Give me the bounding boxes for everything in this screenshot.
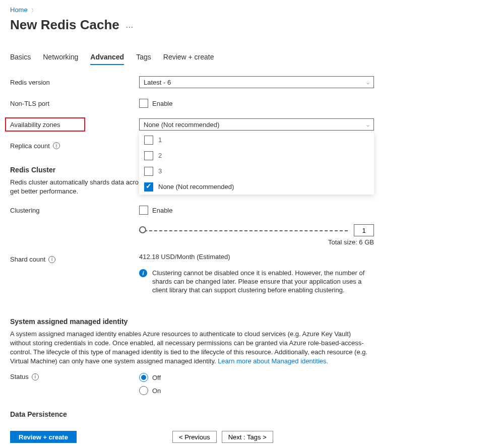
checkbox-checked-icon <box>144 182 153 191</box>
status-off-radio[interactable]: Off <box>139 373 383 382</box>
non-tls-enable-label: Enable <box>152 100 172 107</box>
option-label: 1 <box>158 136 162 144</box>
redis-version-label: Redis version <box>10 79 139 86</box>
option-label: 3 <box>158 167 162 175</box>
zone-option-1[interactable]: 1 <box>139 132 374 148</box>
tab-tags[interactable]: Tags <box>136 53 151 65</box>
status-label: Status i <box>10 373 139 380</box>
checkbox-icon <box>144 136 153 145</box>
managed-identities-link[interactable]: Learn more about Managed identities. <box>218 357 328 365</box>
radio-icon <box>139 386 148 395</box>
shard-count-label: Shard count i <box>10 255 139 263</box>
info-icon[interactable]: i <box>48 256 55 263</box>
tab-bar: Basics Networking Advanced Tags Review +… <box>10 53 501 65</box>
availability-zones-value: None (Not recommended) <box>144 121 219 129</box>
next-button[interactable]: Next : Tags > <box>222 431 273 443</box>
option-label: 2 <box>158 152 162 159</box>
tab-networking[interactable]: Networking <box>43 53 78 65</box>
chevron-right-icon: 〉 <box>31 7 36 14</box>
zone-option-3[interactable]: 3 <box>139 163 374 179</box>
total-size-label: Total size: 6 GB <box>139 238 374 246</box>
non-tls-checkbox[interactable] <box>139 99 148 108</box>
estimated-price: 412.18 USD/Month (Estimated) <box>139 253 383 261</box>
info-icon: i <box>139 269 147 277</box>
redis-version-select[interactable]: Latest - 6 ⌵ <box>139 76 374 88</box>
clustering-info-text: Clustering cannot be disabled once it is… <box>152 269 374 294</box>
tab-review[interactable]: Review + create <box>163 53 214 65</box>
more-menu-icon[interactable]: … <box>126 21 134 30</box>
breadcrumb: Home 〉 <box>10 6 501 14</box>
clustering-label: Clustering <box>10 207 139 214</box>
annotation-highlight-label <box>5 117 85 132</box>
zone-option-2[interactable]: 2 <box>139 148 374 163</box>
shard-slider[interactable] <box>139 229 348 231</box>
checkbox-icon <box>144 151 153 160</box>
chevron-down-icon: ⌵ <box>366 122 369 127</box>
page-title: New Redis Cache <box>10 17 119 33</box>
slider-thumb[interactable] <box>139 226 146 233</box>
tab-basics[interactable]: Basics <box>10 53 31 65</box>
shard-count-input[interactable] <box>354 224 374 236</box>
clustering-checkbox[interactable] <box>139 206 148 215</box>
clustering-enable-label: Enable <box>152 207 172 214</box>
status-on-radio[interactable]: On <box>139 386 383 395</box>
replica-count-label: Replica count i <box>10 142 139 150</box>
managed-identity-desc: A system assigned managed identity enabl… <box>10 330 373 366</box>
breadcrumb-home-link[interactable]: Home <box>10 6 28 14</box>
tab-advanced[interactable]: Advanced <box>90 53 124 65</box>
data-persistence-heading: Data Persistence <box>10 410 383 418</box>
zone-option-none[interactable]: None (Not recommended) <box>139 179 374 195</box>
availability-zones-select[interactable]: None (Not recommended) ⌵ <box>139 118 374 131</box>
option-label: None (Not recommended) <box>158 183 234 190</box>
status-on-label: On <box>152 387 161 395</box>
non-tls-label: Non-TLS port <box>10 100 139 107</box>
previous-button[interactable]: < Previous <box>172 431 217 443</box>
chevron-down-icon: ⌵ <box>366 80 369 85</box>
redis-version-value: Latest - 6 <box>144 79 171 86</box>
footer-bar: Review + create < Previous Next : Tags > <box>10 431 273 443</box>
availability-zones-dropdown: 1 2 3 None (Not recommended) <box>139 132 374 195</box>
managed-identity-heading: System assigned managed identity <box>10 317 383 326</box>
review-create-button[interactable]: Review + create <box>10 431 77 443</box>
radio-icon <box>139 373 148 382</box>
checkbox-icon <box>144 167 153 176</box>
status-off-label: Off <box>152 374 161 381</box>
info-icon[interactable]: i <box>32 373 39 380</box>
info-icon[interactable]: i <box>53 142 60 149</box>
